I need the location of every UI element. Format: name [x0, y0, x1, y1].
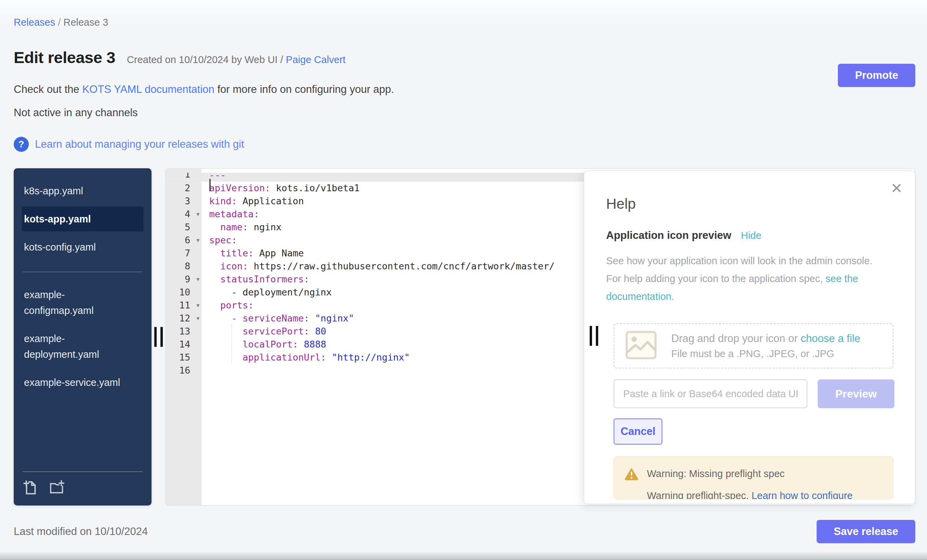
drag-grip-icon [154, 327, 163, 347]
line-number-5: 5 [166, 221, 202, 234]
line-number-12: 12▼ [166, 312, 202, 325]
image-placeholder-icon [625, 330, 657, 361]
page-title: Edit release 3 [14, 48, 115, 67]
fold-arrow-icon[interactable]: ▼ [196, 315, 199, 322]
last-modified-text: Last modified on 10/10/2024 [14, 525, 148, 538]
dropzone-instructions: Drag and drop your icon or choose a file [671, 332, 860, 345]
sidebar-file-example-configmap.yaml[interactable]: example-configmap.yaml [22, 282, 128, 323]
author-link[interactable]: Paige Calvert [286, 54, 346, 65]
sidebar-file-example-deployment.yaml[interactable]: example-deployment.yaml [22, 326, 128, 367]
created-text: Created on 10/10/2024 by Web UI / [127, 54, 283, 65]
fold-arrow-icon[interactable]: ▼ [196, 276, 199, 282]
help-panel-resize-handle[interactable] [590, 326, 598, 346]
help-panel-title: Help [606, 196, 894, 212]
line-number-3: 3 [166, 195, 202, 208]
line-number-6: 6▼ [166, 234, 202, 247]
example-file-list: example-configmap.yamlexample-deployment… [14, 282, 152, 398]
line-number-1: 1 [166, 173, 202, 182]
breadcrumb-releases-link[interactable]: Releases [14, 17, 55, 28]
line-number-8: 8 [166, 260, 202, 273]
add-file-icon[interactable] [23, 480, 38, 496]
sidebar-file-k8s-app.yaml[interactable]: k8s-app.yaml [22, 179, 143, 203]
line-number-4: 4▼ [166, 208, 202, 221]
warning-triangle-icon [624, 467, 639, 482]
text-cursor [210, 179, 211, 191]
git-releases-link[interactable]: Learn about managing your releases with … [35, 138, 244, 150]
close-icon[interactable]: ✕ [891, 181, 903, 196]
kots-yaml-docs-link[interactable]: KOTS YAML documentation [82, 83, 214, 95]
icon-preview-section-title: Application icon preview [606, 229, 731, 241]
add-folder-icon[interactable] [49, 480, 64, 496]
dropzone-file-types: File must be a .PNG, .JPEG, or .JPG [671, 348, 860, 360]
line-number-10: 10 [166, 286, 202, 299]
line-number-13: 13 [166, 325, 202, 338]
file-sidebar: k8s-app.yamlkots-app.yamlkots-config.yam… [14, 168, 152, 505]
git-help-row: ? Learn about managing your releases wit… [14, 137, 915, 152]
choose-file-link[interactable]: choose a file [801, 332, 860, 344]
icon-preview-description: See how your application icon will look … [606, 252, 889, 305]
sidebar-file-example-service.yaml[interactable]: example-service.yaml [22, 370, 128, 395]
page-header: Releases/Release 3 Edit release 3 Create… [0, 0, 927, 152]
sidebar-file-kots-app.yaml[interactable]: kots-app.yaml [22, 206, 143, 231]
docs-info-text: Check out the KOTS YAML documentation fo… [14, 83, 915, 96]
line-number-16: 16 [166, 364, 202, 377]
warning-detail: Warning preflight-spec. Learn how to con… [647, 489, 883, 499]
hide-link[interactable]: Hide [741, 230, 761, 241]
preview-button[interactable]: Preview [818, 379, 894, 408]
fold-arrow-icon[interactable]: ▼ [196, 302, 199, 308]
help-panel: ✕ Help Application icon preview Hide See… [584, 171, 915, 504]
warning-title: Warning: Missing preflight spec [647, 467, 785, 481]
release-editor-area: k8s-app.yamlkots-app.yamlkots-config.yam… [14, 168, 915, 505]
line-number-9: 9▼ [166, 273, 202, 286]
sidebar-divider [23, 272, 143, 272]
save-release-button[interactable]: Save release [817, 520, 915, 543]
learn-how-to-configure-link[interactable]: Learn how to configure [751, 490, 853, 499]
promote-button[interactable]: Promote [838, 64, 915, 87]
breadcrumb-separator: / [55, 17, 64, 28]
fold-arrow-icon[interactable]: ▼ [196, 211, 199, 217]
preflight-warning-box: Warning: Missing preflight spec Warning … [614, 456, 894, 499]
line-number-15: 15 [166, 351, 202, 364]
indent-guide [231, 337, 232, 352]
bottom-edge-shadow [0, 551, 927, 560]
cancel-button[interactable]: Cancel [614, 419, 663, 445]
line-number-2: 2 [166, 182, 202, 195]
indent-guide [231, 350, 232, 365]
breadcrumb: Releases/Release 3 [14, 16, 915, 29]
channel-status-text: Not active in any channels [14, 106, 915, 119]
icon-dropzone[interactable]: Drag and drop your icon or choose a file… [614, 323, 894, 369]
sidebar-file-kots-config.yaml[interactable]: kots-config.yaml [22, 235, 143, 260]
sidebar-resize-handle[interactable] [152, 168, 165, 505]
release-created-meta: Created on 10/10/2024 by Web UI / Paige … [127, 54, 346, 65]
line-number-11: 11▼ [166, 299, 202, 312]
footer-bar: Last modified on 10/10/2024 Save release [14, 520, 915, 543]
fold-arrow-icon[interactable]: ▼ [196, 237, 199, 243]
line-number-14: 14 [166, 338, 202, 351]
kots-file-list: k8s-app.yamlkots-app.yamlkots-config.yam… [14, 179, 152, 263]
breadcrumb-current: Release 3 [64, 17, 108, 28]
line-number-7: 7 [166, 247, 202, 260]
indent-guide [231, 324, 232, 338]
icon-url-input[interactable] [614, 379, 807, 408]
sidebar-footer [23, 472, 143, 496]
question-circle-icon: ? [14, 137, 29, 152]
